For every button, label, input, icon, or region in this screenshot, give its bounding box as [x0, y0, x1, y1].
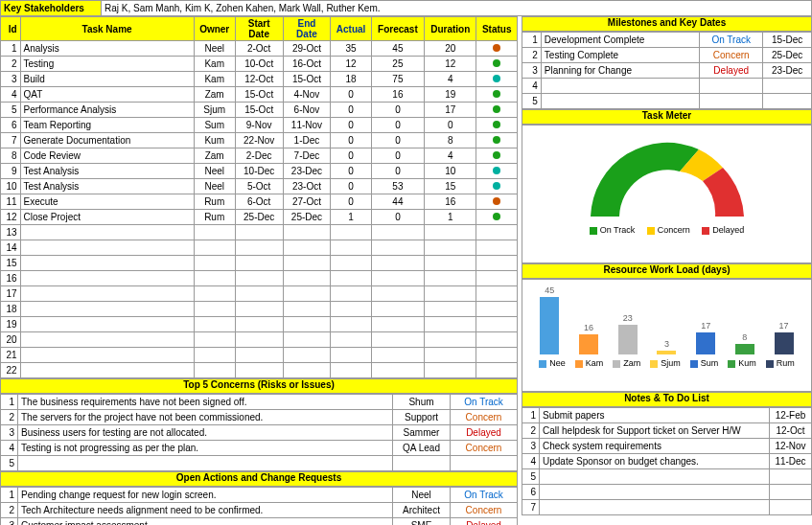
bar-Zam: 23 [618, 325, 638, 354]
status-dot-icon [493, 59, 500, 67]
th-end: End Date [283, 17, 331, 41]
status-dot-icon [493, 182, 500, 190]
task-row[interactable]: 5Performance AnalysisSjum15-Oct6-Nov0017 [1, 103, 518, 118]
status-dot-icon [493, 105, 500, 113]
task-row[interactable]: 7Generate DocumentationKum22-Nov1-Dec008 [1, 133, 518, 148]
issue-row[interactable]: 1The business requirements have not been… [1, 395, 518, 410]
status-dot-icon [493, 167, 500, 174]
actions-title: Open Actions and Change Requests [0, 471, 518, 487]
note-row[interactable]: 1Submit papers12-Feb [522, 408, 812, 423]
th-start: Start Date [235, 17, 283, 41]
task-row[interactable]: 20 [1, 332, 518, 348]
note-row[interactable]: 7 [522, 500, 812, 515]
stakeholders-bar: Key Stakeholders Raj K, Sam Manh, Kim K,… [0, 0, 812, 16]
task-row[interactable]: 4QATZam15-Oct4-Nov01619 [1, 87, 518, 103]
actions-table: 1Pending change request for new login sc… [0, 487, 518, 525]
bar-Rum: 17 [775, 332, 794, 354]
note-row[interactable]: 6 [522, 485, 812, 500]
th-forecast: Forecast [371, 17, 424, 41]
issue-row[interactable]: 2Tech Architecture needs alignment need … [1, 503, 518, 518]
milestone-row[interactable]: 5 [522, 94, 812, 109]
task-row[interactable]: 15 [1, 256, 518, 271]
issue-row[interactable]: 2The servers for the project have not be… [1, 410, 518, 425]
th-id: Id [1, 17, 21, 41]
milestone-row[interactable]: 1Development CompleteOn Track15-Dec [522, 33, 812, 48]
stakeholders-label: Key Stakeholders [1, 1, 102, 16]
task-row[interactable]: 19 [1, 317, 518, 332]
task-row[interactable]: 18 [1, 302, 518, 317]
task-row[interactable]: 21 [1, 348, 518, 363]
issue-row[interactable]: 1Pending change request for new login sc… [1, 488, 518, 503]
task-row[interactable]: 17 [1, 286, 518, 302]
concerns-table: 1The business requirements have not been… [0, 394, 518, 471]
notes-table: 1Submit papers12-Feb2Call helpdesk for S… [522, 407, 812, 515]
issue-row[interactable]: 5 [1, 456, 518, 471]
task-row[interactable]: 22 [1, 363, 518, 378]
milestones-title: Milestones and Key Dates [522, 16, 812, 32]
note-row[interactable]: 3Check system requirements12-Nov [522, 439, 812, 454]
task-row[interactable]: 9Test AnalysisNeel10-Dec23-Dec0010 [1, 164, 518, 179]
status-dot-icon [493, 44, 500, 52]
issue-row[interactable]: 4Testing is not progressing as per the p… [1, 441, 518, 456]
task-row[interactable]: 16 [1, 271, 518, 286]
task-row[interactable]: 8Code ReviewZam2-Dec7-Dec004 [1, 148, 518, 164]
th-owner: Owner [194, 17, 235, 41]
workload-chart: 451623317817 NeeKamZamSjumSumKumRum [522, 279, 812, 392]
th-status: Status [476, 17, 518, 41]
note-row[interactable]: 2Call helpdesk for Support ticket on Ser… [522, 423, 812, 439]
task-meter-chart: On Track Concern Delayed [522, 125, 812, 263]
task-row[interactable]: 12Close ProjectRum25-Dec25-Dec101 [1, 210, 518, 225]
bar-Sjum: 3 [657, 351, 676, 354]
status-dot-icon [493, 90, 500, 98]
task-row[interactable]: 2TestingKam10-Oct16-Oct122512 [1, 57, 518, 72]
status-dot-icon [493, 151, 500, 159]
concerns-title: Top 5 Concerns (Risks or Issues) [0, 378, 518, 394]
status-dot-icon [493, 136, 500, 144]
status-dot-icon [493, 75, 500, 82]
issue-row[interactable]: 3Business users for testing are not allo… [1, 425, 518, 441]
milestone-row[interactable]: 4 [522, 79, 812, 94]
th-actual: Actual [331, 17, 372, 41]
task-row[interactable]: 13 [1, 225, 518, 240]
task-row[interactable]: 6Team ReportingSum9-Nov11-Nov000 [1, 118, 518, 133]
task-row[interactable]: 3BuildKam12-Oct15-Oct18754 [1, 72, 518, 87]
status-dot-icon [493, 213, 500, 220]
status-dot-icon [493, 121, 500, 128]
task-row[interactable]: 1AnalysisNeel2-Oct29-Oct354520 [1, 41, 518, 57]
th-name: Task Name [20, 17, 194, 41]
bar-Sum: 17 [696, 332, 715, 354]
task-row[interactable]: 10Test AnalysisNeel5-Oct23-Oct05315 [1, 179, 518, 194]
task-row[interactable]: 11ExecuteRum6-Oct27-Oct04416 [1, 194, 518, 210]
task-table: Id Task Name Owner Start Date End Date A… [0, 16, 518, 378]
milestone-row[interactable]: 3Planning for ChangeDelayed23-Dec [522, 63, 812, 79]
milestone-row[interactable]: 2Testing CompleteConcern25-Dec [522, 48, 812, 63]
workload-title: Resource Work Load (days) [522, 263, 812, 279]
bar-Kum: 8 [735, 344, 754, 354]
stakeholders-value: Raj K, Sam Manh, Kim K, Zohen Kahen, Mar… [102, 1, 812, 16]
note-row[interactable]: 4Update Sponsor on budget changes.11-Dec [522, 454, 812, 469]
th-duration: Duration [424, 17, 476, 41]
task-meter-title: Task Meter [522, 109, 812, 125]
issue-row[interactable]: 3Customer impact assessmentSMEDelayed [1, 518, 518, 526]
bar-Kam: 16 [579, 334, 598, 354]
milestones-table: 1Development CompleteOn Track15-Dec2Test… [522, 32, 812, 109]
task-row[interactable]: 14 [1, 240, 518, 256]
note-row[interactable]: 5 [522, 469, 812, 485]
notes-title: Notes & To Do List [522, 392, 812, 407]
status-dot-icon [493, 197, 500, 205]
bar-Nee: 45 [540, 297, 559, 354]
